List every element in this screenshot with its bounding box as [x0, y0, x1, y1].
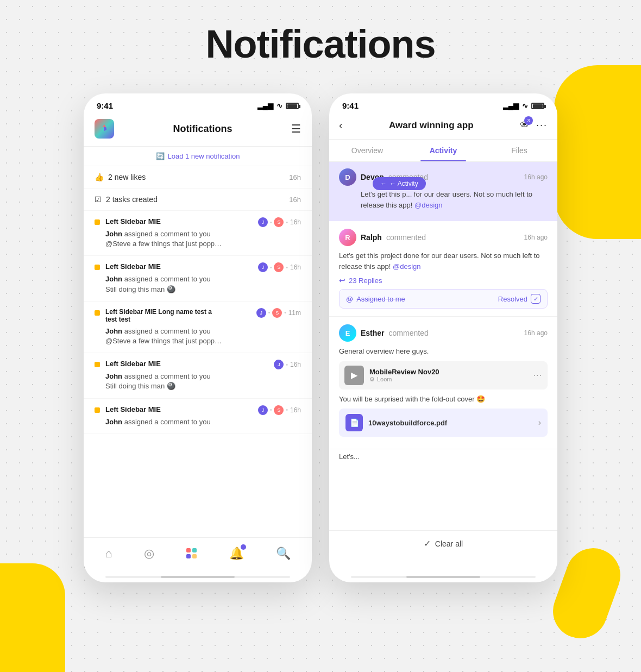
notif-header-1: Left Sidebar MIE J • S • 16h [105, 217, 301, 227]
notif-comment-4[interactable]: Left Sidebar MIE J • 16h John assigned a… [84, 353, 312, 398]
media-card[interactable]: ▶ MobileReview Nov20 ⚙ Loom ··· [339, 361, 548, 390]
tab-files-label: Files [511, 146, 527, 155]
dot-sep-1b: • [286, 219, 288, 225]
extra-text-content: Let's... [339, 453, 360, 461]
avatar-small-4a: J [274, 360, 284, 369]
notif-header-2: Left Sidebar MIE J • S • 16h [105, 262, 301, 272]
notif-comment-3[interactable]: Left Sidebar MIE Long name test a test t… [84, 302, 312, 353]
notif-text-4: John assigned a comment to you [105, 372, 301, 381]
dot-sep-2b: • [286, 265, 288, 271]
eye-icon-wrapper[interactable]: 👁 3 [520, 120, 530, 131]
replies-text: 23 Replies [349, 277, 382, 285]
notif-meta-1: J • S • 16h [258, 217, 301, 227]
project-dot-4 [95, 362, 100, 367]
devon-header: D Devon commented 16h ago [339, 168, 548, 186]
replies-row[interactable]: ↩ 23 Replies [339, 276, 548, 285]
activity-pill-text: ← Activity [389, 180, 418, 187]
esther-text: General overview here guys. [339, 346, 548, 357]
notif-content-5: Left Sidebar MIE J • S • 16h John assign… [105, 405, 301, 427]
notif-meta-2: J • S • 16h [258, 262, 301, 272]
media-source: Loom [377, 376, 392, 382]
avatar-small-5b: S [274, 405, 284, 415]
resolved-check-icon: ✓ [531, 294, 541, 304]
notif-header-4: Left Sidebar MIE J • 16h [105, 360, 301, 369]
grid-icon [186, 548, 197, 559]
back-button[interactable]: ‹ [339, 119, 343, 131]
status-time-1: 9:41 [97, 101, 113, 110]
extra-text: Let's... [329, 449, 557, 464]
likes-content: 👍 2 new likes [95, 173, 146, 181]
refresh-icon: 🔄 [156, 152, 165, 160]
notif-comment-5[interactable]: Left Sidebar MIE J • S • 16h John assign… [84, 399, 312, 434]
home-icon: ⌂ [105, 547, 112, 561]
filter-icon[interactable]: ☰ [291, 122, 301, 135]
notif-content-3: Left Sidebar MIE Long name test a test t… [105, 308, 301, 346]
clear-all-text: Clear all [435, 539, 463, 548]
signal-icon: ▂▄▆ [257, 102, 273, 110]
replies-icon: ↩ [339, 276, 345, 285]
project-dot-5 [95, 407, 100, 413]
notif-header-3: Left Sidebar MIE Long name test a test t… [105, 308, 301, 324]
avatar-small-3a: J [256, 308, 266, 318]
tab-overview[interactable]: Overview [329, 140, 405, 161]
project-name-5: Left Sidebar MIE [105, 405, 161, 413]
notif-text-2: John assigned a comment to you [105, 274, 301, 284]
battery-icon [286, 103, 299, 109]
notif-meta-4: J • 16h [274, 360, 301, 369]
notif-tasks[interactable]: ☑ 2 tasks created 16h [84, 189, 312, 211]
notif-content-2: Left Sidebar MIE J • S • 16h John assign… [105, 262, 301, 294]
nav-search[interactable]: 🔍 [276, 547, 291, 561]
watch-badge: 3 [524, 116, 533, 125]
project-name-3: Left Sidebar MIE Long name test a test t… [105, 308, 214, 323]
status-bar-1: 9:41 ▂▄▆ ∿ [84, 93, 312, 115]
search-icon: 🔍 [276, 547, 291, 561]
notif-meta-3: J • S • 11m [256, 308, 301, 318]
esther-author: E Esther commented [339, 324, 429, 342]
assigned-row: @ Assigned to me Resolved ✓ [339, 289, 548, 309]
esther-header: E Esther commented 16h ago [339, 324, 548, 342]
media-more-icon[interactable]: ··· [533, 370, 542, 380]
notif-comment-2[interactable]: Left Sidebar MIE J • S • 16h John assign… [84, 256, 312, 301]
notif-comment-1[interactable]: Left Sidebar MIE J • S • 16h John assign… [84, 211, 312, 256]
devon-time: 16h ago [524, 173, 548, 181]
esther-action: commented [389, 329, 429, 337]
file-chevron-icon: › [538, 418, 541, 428]
activity-pill[interactable]: ← ← Activity [373, 177, 426, 190]
notif-text-1: John assigned a comment to you [105, 229, 301, 239]
tasks-text: 2 tasks created [106, 195, 158, 204]
notif-detail-3: @Steve a few things that just popped in … [105, 336, 225, 346]
nav-apps[interactable] [186, 548, 197, 559]
devon-comment: D Devon commented 16h ago ← ← Activity L… [329, 162, 557, 221]
nav-explore[interactable]: ◎ [144, 547, 154, 561]
nav-home[interactable]: ⌂ [105, 547, 112, 561]
load-notification-text: Load 1 new notification [168, 152, 240, 160]
compass-icon: ◎ [144, 547, 154, 561]
app-logo [95, 119, 114, 139]
tab-activity[interactable]: Activity [405, 140, 481, 161]
notif-header-5: Left Sidebar MIE J • S • 16h [105, 405, 301, 415]
nav-notifications[interactable]: 🔔 [229, 547, 244, 561]
scrollbar-2 [351, 576, 536, 578]
tasks-content: ☑ 2 tasks created [95, 195, 158, 204]
resolved-right[interactable]: Resolved ✓ [498, 294, 541, 304]
tab-overview-label: Overview [351, 146, 383, 155]
notif-likes[interactable]: 👍 2 new likes 16h [84, 166, 312, 189]
ralph-avatar: R [339, 229, 356, 246]
avatar-small-1a: J [258, 217, 268, 227]
dot-sep-5b: • [286, 407, 288, 413]
notif-time-3: 11m [288, 309, 301, 317]
avatar-small-2a: J [258, 262, 268, 272]
tab-activity-label: Activity [430, 146, 457, 155]
dot-sep-2: • [270, 265, 272, 271]
notif-text-5: John assigned a comment to you [105, 417, 301, 427]
load-notification-banner[interactable]: 🔄 Load 1 new notification [84, 147, 312, 166]
file-card[interactable]: 📄 10waystobuildforce.pdf › [339, 409, 548, 437]
status-bar-2: 9:41 ▂▄▆ ∿ [329, 93, 557, 115]
clear-all-toast[interactable]: ✓ Clear all [329, 530, 557, 556]
project-name-4: Left Sidebar MIE [105, 360, 161, 368]
tab-files[interactable]: Files [481, 140, 557, 161]
notif-detail-2: Still doing this man 🎱 [105, 285, 301, 294]
bell-wrapper: 🔔 [229, 547, 244, 561]
notif-time-1: 16h [290, 218, 301, 226]
more-icon[interactable]: ··· [536, 120, 548, 131]
